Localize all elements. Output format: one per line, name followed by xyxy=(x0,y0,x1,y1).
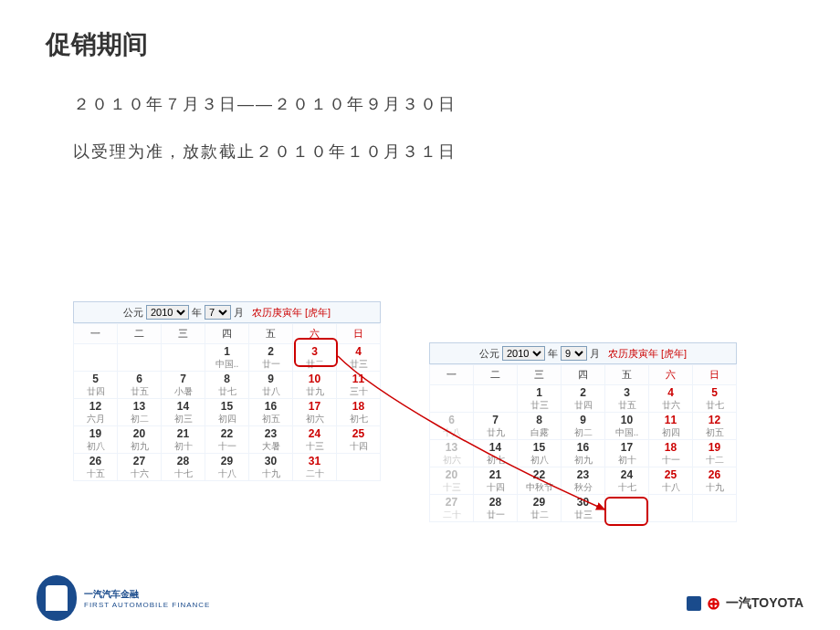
calendar-cell[interactable]: 23大暑 xyxy=(249,426,293,454)
calendar-cell[interactable]: 6十八 xyxy=(430,413,474,440)
calendar-cell[interactable] xyxy=(605,495,649,522)
calendar-cell[interactable]: 1中国.. xyxy=(205,344,249,372)
promo-period-line: ２０１０年７月３日——２０１０年９月３０日 xyxy=(46,89,794,119)
calendar-cell[interactable]: 17初十 xyxy=(605,440,649,467)
footer-left-sub: FIRST AUTOMOBILE FINANCE xyxy=(84,601,210,609)
page-title: 促销期间 xyxy=(46,27,794,62)
calendar-cell[interactable]: 5廿四 xyxy=(74,372,118,399)
calendar-cell[interactable]: 2廿一 xyxy=(249,344,293,372)
calendar-cell[interactable]: 20十三 xyxy=(430,467,474,495)
calendar-cell[interactable]: 18初七 xyxy=(337,399,381,426)
calendar-cell[interactable]: 7小暑 xyxy=(162,372,205,399)
calendar-cell[interactable] xyxy=(693,495,737,522)
calendar-cell[interactable] xyxy=(118,344,162,372)
calendar-cell[interactable]: 20初九 xyxy=(118,426,162,454)
dow-header: 五 xyxy=(249,324,293,344)
faw-badge-icon xyxy=(687,596,701,611)
calendar-cell[interactable] xyxy=(74,344,118,372)
calendar-cell[interactable]: 24十三 xyxy=(293,426,337,454)
calendar-cell[interactable]: 11初四 xyxy=(649,413,693,440)
calendar-cell[interactable]: 5廿七 xyxy=(693,385,737,413)
calendar-cell[interactable]: 19初八 xyxy=(74,426,118,454)
calendar-cell[interactable]: 10中国.. xyxy=(605,413,649,440)
year-select[interactable]: 2010 xyxy=(502,346,545,361)
calendar-cell[interactable]: 25十四 xyxy=(337,426,381,454)
dow-header: 一 xyxy=(74,324,118,344)
calendar-cell[interactable]: 28十七 xyxy=(162,454,205,481)
calendar-table: 一二三四五六日 1中国..2廿一3廿二4廿三5廿四6廿五7小暑8廿七9廿八10廿… xyxy=(73,323,381,481)
calendar-cell[interactable]: 16初五 xyxy=(249,399,293,426)
calendar-cell[interactable] xyxy=(649,495,693,522)
calendar-cell[interactable]: 19十二 xyxy=(693,440,737,467)
calendar-cell[interactable]: 23秋分 xyxy=(562,467,605,495)
calendar-cell[interactable]: 15初八 xyxy=(518,440,562,467)
calendar-cell[interactable]: 16初九 xyxy=(562,440,605,467)
calendar-cell[interactable]: 9廿八 xyxy=(249,372,293,399)
calendar-cell[interactable]: 25十八 xyxy=(649,467,693,495)
calendar-cell[interactable]: 8白露 xyxy=(518,413,562,440)
calendar-cell[interactable]: 14初三 xyxy=(162,399,205,426)
calendar-cell[interactable]: 29十八 xyxy=(205,454,249,481)
calendar-cell[interactable]: 3廿二 xyxy=(293,344,337,372)
faw-finance-logo-icon xyxy=(37,575,77,621)
footer-right-logo: ⊕ 一汽TOYOTA xyxy=(687,593,803,614)
calendar-cell[interactable]: 30廿三 xyxy=(562,495,605,522)
calendar-cell[interactable]: 21初十 xyxy=(162,426,205,454)
calendar-cell[interactable]: 30十九 xyxy=(249,454,293,481)
dow-header: 四 xyxy=(562,365,605,385)
calendar-cell[interactable]: 28廿一 xyxy=(474,495,518,522)
calendar-cell[interactable]: 7廿九 xyxy=(474,413,518,440)
calendar-cell[interactable]: 15初四 xyxy=(205,399,249,426)
calendar-cell[interactable]: 10廿九 xyxy=(293,372,337,399)
calendar-cell[interactable] xyxy=(337,454,381,481)
calendar-cell[interactable] xyxy=(430,385,474,413)
month-select[interactable]: 7 xyxy=(205,305,231,320)
calendar-cell[interactable]: 27二十 xyxy=(430,495,474,522)
footer-left-name: 一汽汽车金融 xyxy=(84,588,210,601)
label-gongyuan: 公元 xyxy=(123,306,143,320)
dow-header: 六 xyxy=(293,324,337,344)
calendar-cell[interactable]: 11三十 xyxy=(337,372,381,399)
dow-header: 一 xyxy=(430,365,474,385)
calendar-cell[interactable]: 3廿五 xyxy=(605,385,649,413)
footer-left-logo: 一汽汽车金融 FIRST AUTOMOBILE FINANCE xyxy=(37,575,210,621)
calendar-cell[interactable]: 6廿五 xyxy=(118,372,162,399)
calendar-cell[interactable] xyxy=(474,385,518,413)
calendar-cell[interactable]: 17初六 xyxy=(293,399,337,426)
label-year: 年 xyxy=(192,306,202,320)
calendar-cell[interactable]: 1廿三 xyxy=(518,385,562,413)
calendar-cell[interactable]: 21十四 xyxy=(474,467,518,495)
dow-header: 日 xyxy=(693,365,737,385)
label-month: 月 xyxy=(234,306,244,320)
calendar-cell[interactable]: 13初六 xyxy=(430,440,474,467)
calendar-cell[interactable]: 12六月 xyxy=(74,399,118,426)
calendar-header: 公元 2010 年 9 月 农历庚寅年 [虎年] xyxy=(429,342,737,364)
calendar-cell[interactable]: 27十六 xyxy=(118,454,162,481)
promo-note-line: 以受理为准，放款截止２０１０年１０月３１日 xyxy=(46,137,794,166)
calendar-cell[interactable]: 2廿四 xyxy=(562,385,605,413)
calendar-cell[interactable]: 26十五 xyxy=(74,454,118,481)
year-select[interactable]: 2010 xyxy=(146,305,189,320)
calendar-cell[interactable]: 9初二 xyxy=(562,413,605,440)
lunar-year-label: 农历庚寅年 [虎年] xyxy=(608,347,687,361)
month-select[interactable]: 9 xyxy=(561,346,587,361)
calendar-cell[interactable]: 22十一 xyxy=(205,426,249,454)
calendar-cell[interactable]: 8廿七 xyxy=(205,372,249,399)
calendar-cell[interactable]: 22中秋节 xyxy=(518,467,562,495)
calendar-cell[interactable] xyxy=(162,344,205,372)
dow-header: 三 xyxy=(518,365,562,385)
calendar-cell[interactable]: 18十一 xyxy=(649,440,693,467)
calendar-cell[interactable]: 26十九 xyxy=(693,467,737,495)
dow-header: 二 xyxy=(118,324,162,344)
label-gongyuan: 公元 xyxy=(479,347,499,361)
calendar-cell[interactable]: 29廿二 xyxy=(518,495,562,522)
calendar-cell[interactable]: 4廿三 xyxy=(337,344,381,372)
calendar-cell[interactable]: 31二十 xyxy=(293,454,337,481)
calendar-cell[interactable]: 24十七 xyxy=(605,467,649,495)
calendar-cell[interactable]: 12初五 xyxy=(693,413,737,440)
dow-header: 四 xyxy=(205,324,249,344)
calendar-cell[interactable]: 14初七 xyxy=(474,440,518,467)
calendar-table: 一二三四五六日 1廿三2廿四3廿五4廿六5廿七6十八7廿九8白露9初二10中国.… xyxy=(429,364,737,522)
calendar-cell[interactable]: 13初二 xyxy=(118,399,162,426)
calendar-cell[interactable]: 4廿六 xyxy=(649,385,693,413)
